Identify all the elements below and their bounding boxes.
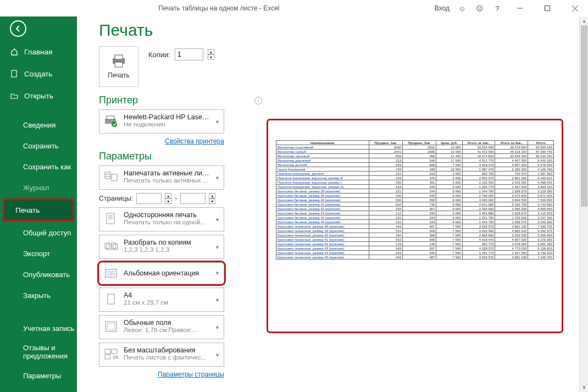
nav-info[interactable]: Сведения xyxy=(0,114,77,135)
titlebar: Печать таблицы на одном листе - Excel Вх… xyxy=(0,0,588,16)
svg-rect-32 xyxy=(105,355,110,359)
paper-combo[interactable]: A421 см x 29,7 см ▼ xyxy=(99,288,224,312)
nav-publish[interactable]: Опубликовать xyxy=(0,264,77,285)
svg-rect-6 xyxy=(115,55,123,59)
nav-home-label: Главная xyxy=(24,48,52,56)
scroll-up-icon[interactable]: ▲ xyxy=(580,16,588,25)
printer-properties-link[interactable]: Свойства принтера xyxy=(165,137,224,145)
close-button[interactable] xyxy=(565,1,585,16)
svg-text:100: 100 xyxy=(113,355,118,359)
collate-icon xyxy=(103,239,119,254)
print-settings-panel: Печать Печать Копии: ▲▼ Принтер i xyxy=(77,16,267,392)
copies-input[interactable] xyxy=(175,48,203,60)
back-button[interactable] xyxy=(10,20,26,37)
sheets-icon xyxy=(103,169,119,185)
pages-from-input[interactable] xyxy=(136,193,162,204)
svg-rect-1 xyxy=(545,6,550,11)
scale-icon: 100 xyxy=(103,346,119,362)
copies-label: Копии: xyxy=(148,51,170,59)
page-icon xyxy=(103,211,119,227)
frown-icon[interactable]: ☹ xyxy=(475,3,485,13)
new-icon xyxy=(10,69,19,78)
section-params: Параметры xyxy=(99,151,152,162)
printer-device-icon xyxy=(103,113,119,129)
printer-icon xyxy=(110,54,127,68)
chevron-down-icon: ▼ xyxy=(215,352,220,358)
print-what-combo[interactable]: Напечатать активные листыПечатать только… xyxy=(99,165,224,190)
svg-rect-12 xyxy=(112,174,117,181)
nav-open-label: Открыть xyxy=(24,92,53,100)
nav-export[interactable]: Экспорт xyxy=(0,243,77,264)
svg-rect-11 xyxy=(105,172,110,179)
chevron-down-icon: ▼ xyxy=(215,175,220,181)
margins-combo[interactable]: Обычные поляЛевое: 1,78 см Правое:... ▼ xyxy=(99,315,224,339)
nav-new-label: Создать xyxy=(24,70,52,78)
nav-options[interactable]: Параметры xyxy=(0,365,77,386)
svg-rect-30 xyxy=(105,349,110,354)
svg-rect-9 xyxy=(107,116,114,119)
minimize-button[interactable] xyxy=(510,1,530,16)
nav-home[interactable]: Главная xyxy=(0,41,77,63)
chevron-down-icon: ▼ xyxy=(215,119,220,125)
printer-combo[interactable]: Hewlett-Packard HP LaserJe...Не подключе… xyxy=(99,109,224,134)
chevron-down-icon: ▼ xyxy=(215,217,220,223)
svg-rect-7 xyxy=(115,62,123,67)
nav-account[interactable]: Учетная запись xyxy=(0,318,77,339)
paper-icon xyxy=(103,291,119,307)
pages-label: Страницы: xyxy=(99,195,133,202)
svg-rect-29 xyxy=(107,323,115,330)
nav-history[interactable]: Журнал xyxy=(0,177,77,198)
chevron-down-icon: ▼ xyxy=(215,270,220,276)
print-button-label: Печать xyxy=(108,71,129,79)
nav-open[interactable]: Открыть xyxy=(0,85,77,107)
backstage-sidebar: Главная Создать Открыть Сведения Сохрани… xyxy=(0,16,77,392)
pages-to-input[interactable] xyxy=(180,193,206,204)
chevron-down-icon: ▼ xyxy=(215,325,220,330)
pages-from-spinner[interactable]: ▲▼ xyxy=(165,193,171,204)
print-preview-area: НаименованиеПродано, 1кв.Продано, 2кв.Це… xyxy=(267,16,588,392)
chevron-down-icon: ▼ xyxy=(215,297,220,303)
pages-to-spinner[interactable]: ▲▼ xyxy=(209,193,215,204)
print-button[interactable]: Печать xyxy=(99,46,138,87)
preview-table: НаименованиеПродано, 1кв.Продано, 2кв.Це… xyxy=(276,140,554,260)
svg-point-10 xyxy=(112,122,117,127)
nav-share[interactable]: Общий доступ xyxy=(0,222,77,243)
orientation-combo[interactable]: Альбомная ориентация ▼ xyxy=(99,262,224,284)
one-sided-combo[interactable]: Односторонняя печатьПечатать только на о… xyxy=(99,207,224,231)
window-title: Печать таблицы на одном листе - Excel xyxy=(3,4,435,12)
chevron-down-icon: ▼ xyxy=(215,245,220,250)
nav-close[interactable]: Закрыть xyxy=(0,285,77,306)
login-link[interactable]: Вход xyxy=(435,4,450,12)
section-printer: Принтер xyxy=(99,95,138,106)
home-icon xyxy=(10,47,19,56)
vertical-scrollbar[interactable]: ▲ ▼ xyxy=(579,16,588,392)
nav-save[interactable]: Сохранить xyxy=(0,135,77,156)
info-icon[interactable]: i xyxy=(254,97,262,104)
nav-saveas[interactable]: Сохранить как xyxy=(0,156,77,177)
copies-spinner[interactable]: ▲▼ xyxy=(208,49,214,60)
print-preview-page: НаименованиеПродано, 1кв.Продано, 2кв.Це… xyxy=(267,119,563,333)
nav-feedback[interactable]: Отзывы и предложения xyxy=(0,339,77,365)
page-setup-link[interactable]: Параметры страницы xyxy=(158,371,224,378)
svg-rect-4 xyxy=(12,70,16,77)
scroll-down-icon[interactable]: ▼ xyxy=(580,383,588,392)
nav-new[interactable]: Создать xyxy=(0,63,77,85)
collate-combo[interactable]: Разобрать по копиям1,2,3 1,2,3 1,2,3 ▼ xyxy=(99,235,224,259)
svg-rect-27 xyxy=(108,294,114,304)
margins-icon xyxy=(103,319,119,334)
landscape-icon xyxy=(103,266,119,281)
maximize-button[interactable] xyxy=(537,1,557,16)
nav-print[interactable]: Печать xyxy=(3,199,74,221)
folder-icon xyxy=(10,91,19,100)
scroll-thumb[interactable] xyxy=(581,25,587,207)
svg-rect-31 xyxy=(112,349,117,354)
smile-icon[interactable]: ☺ xyxy=(457,3,467,13)
page-title: Печать xyxy=(99,21,267,40)
help-icon[interactable]: ? xyxy=(492,3,502,13)
scale-combo[interactable]: 100 Без масштабированияПечать листов с ф… xyxy=(99,343,224,367)
